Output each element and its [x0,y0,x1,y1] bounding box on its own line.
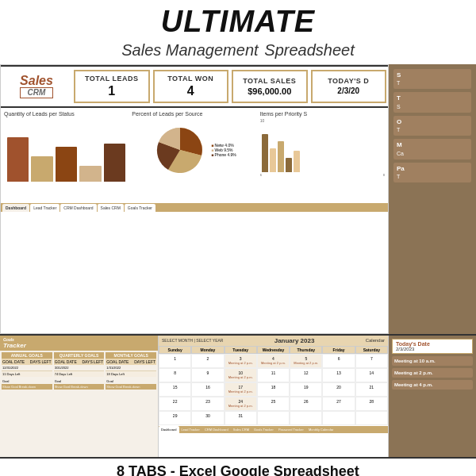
cal-day-28: 28 [355,397,388,411]
cal-header-fri: Friday [322,346,355,354]
total-leads-value: 1 [108,84,115,98]
bottom-sidebar-item-1: Meeting at 10 a.m. [392,356,473,366]
total-leads-label: TOTAL LEADS [85,75,139,83]
bottom-tab-lead-tracker[interactable]: Lead Tracker [179,426,202,433]
priority-chart-container: Items per Priority S 10 6 8 [260,111,385,200]
goals-header: Goals Tracker [0,336,158,351]
pie-chart-container: Percent of Leads per Source [132,111,256,200]
main-title: ULTIMATE [0,6,476,36]
cal-day-9: 9 [191,368,224,382]
bottom-tab-crm[interactable]: CRM Dashboard [202,426,231,433]
annual-col: ANNUAL GOALS GOAL DATEDAYS LEFT 12/31/20… [2,352,52,390]
bottom-sidebar-item-2: Meeting at 2 p.m. [392,368,473,378]
tab-dashboard[interactable]: Dashboard [2,204,29,212]
cal-day-4: 4Meeting at 2 p.m. [257,354,290,368]
subtitle: Sales Management Spreadsheet [0,36,476,61]
stats-bar: Sales CRM TOTAL LEADS 1 TOTAL WON 4 TOTA… [1,65,388,108]
monthly-col: MONTHLY GOALS GOAL DATEDAYS LEFT 1/31/20… [106,352,156,390]
bar-2 [31,156,52,182]
goals-columns: ANNUAL GOALS GOAL DATEDAYS LEFT 12/31/20… [0,351,158,391]
cal-day-11: 11 [257,368,290,382]
bottom-panels: Goals Tracker ANNUAL GOALS GOAL DATEDAYS… [0,334,476,457]
bar-1 [7,137,29,182]
priority-chart [260,125,385,172]
bottom-right-sidebar: Today's Date 2/3/2023 Meeting at 10 a.m.… [389,336,476,457]
p-bar-1 [262,134,268,172]
cal-day-12: 12 [290,368,322,382]
bottom-tab-goals-tracker[interactable]: Goals Tracker [251,426,276,433]
cal-day-30: 30 [191,411,224,425]
cal-day-24: 24Meeting at 2 p.m. [225,397,257,411]
cal-day-21: 21 [355,382,388,397]
bottom-tab-password[interactable]: Password Tracker [276,426,306,433]
crm-logo: Sales CRM [1,67,72,106]
cal-day-14: 14 [355,368,388,382]
cal-day-10: 10Meeting at 2 p.m. [225,368,257,382]
footer-text: 8 TABS - Excel Google Spreadsheet [0,463,476,476]
bottom-left: Goals Tracker ANNUAL GOALS GOAL DATEDAYS… [0,336,159,457]
bottom-tab-dashboard[interactable]: Dashboard [159,426,179,433]
bar-chart-container: Quantity of Leads per Status [4,111,129,200]
cal-header-tue: Tuesday [225,346,257,354]
total-sales-value: $96,000.00 [248,86,291,96]
cal-day-empty-1 [257,411,290,425]
cal-day-31: 31 [225,411,257,425]
cal-day-empty-2 [290,411,322,425]
tab-goals[interactable]: Goals Tracker [125,204,155,212]
cal-day-5: 5Meeting at 2 p.m. [290,354,322,368]
bottom-center: SELECT MONTH | SELECT YEAR January 2023 … [159,336,389,457]
footer: 8 TABS - Excel Google Spreadsheet [0,457,476,476]
cal-day-23: 23 [191,397,224,411]
bar-chart [4,118,129,182]
sidebar-item-4: M Ca [393,139,471,159]
p-bar-2 [270,148,276,172]
total-won-box: TOTAL WON 4 [153,70,229,103]
cal-day-22: 22 [159,397,191,411]
sidebar-item-1: S T [393,69,471,89]
cal-day-17: 17Meeting at 2 p.m. [225,382,257,397]
cal-day-7: 7 [355,354,388,368]
header: ULTIMATE Sales Management Spreadsheet [0,0,476,64]
bar-chart-title: Quantity of Leads per Status [4,111,129,117]
bottom-tab-calendar[interactable]: Monthly Calendar [306,426,336,433]
cal-day-13: 13 [322,368,355,382]
cal-day-15: 15 [159,382,191,397]
cal-day-8: 8 [159,368,191,382]
priority-chart-title: Items per Priority S [260,111,385,117]
cal-day-19: 19 [290,382,322,397]
p-bar-4 [286,158,292,172]
cal-day-18: 18 [257,382,290,397]
right-sidebar: S T T S O T M Ca Pa T [389,64,476,334]
p-bar-3 [278,141,284,172]
cal-header-sun: Sunday [159,346,191,354]
total-won-value: 4 [187,84,194,98]
bottom-tab-sales-crm[interactable]: Sales CRM [231,426,251,433]
calendar-grid: Sunday Monday Tuesday Wednesday Thursday… [159,346,388,425]
sidebar-item-3: O T [393,116,471,136]
quarterly-col: QUARTERLY GOALS GOAL DATEDAYS LEFT 3/31/… [54,352,105,390]
cal-day-26: 26 [290,397,322,411]
tab-crm-dashboard[interactable]: CRM Dashboard [60,204,96,212]
pie-chart-svg [152,122,208,178]
pie-chart-wrap: ■ Netw 4.0% ■ Web 9.5% ■ Phone 4.9% [132,118,256,182]
sidebar-item-2: T S [393,92,471,112]
cal-day-6: 6 [322,354,355,368]
bar-5 [104,144,125,182]
cal-day-20: 20 [322,382,355,397]
cal-header-sat: Saturday [355,346,388,354]
pie-chart-title: Percent of Leads per Source [132,111,256,117]
total-won-label: TOTAL WON [167,75,213,83]
cal-header-thu: Thursday [290,346,322,354]
cal-day-empty-3 [322,411,355,425]
total-sales-label: TOTAL SALES [243,77,296,85]
todays-value: 2/3/20 [337,86,359,95]
cal-day-3: 3Meeting at 2 p.m. [225,354,257,368]
bottom-tab-strip[interactable]: Dashboard Lead Tracker CRM Dashboard Sal… [159,426,388,433]
today-box: Today's Date 2/3/2023 [392,339,473,354]
cal-day-2: 2 [191,354,224,368]
tab-strip[interactable]: Dashboard Lead Tracker CRM Dashboard Sal… [1,203,388,212]
tab-lead-tracker[interactable]: Lead Tracker [30,204,60,212]
cal-day-empty-4 [355,411,388,425]
tab-sales-crm[interactable]: Sales CRM [98,204,124,212]
cal-header-mon: Monday [191,346,224,354]
